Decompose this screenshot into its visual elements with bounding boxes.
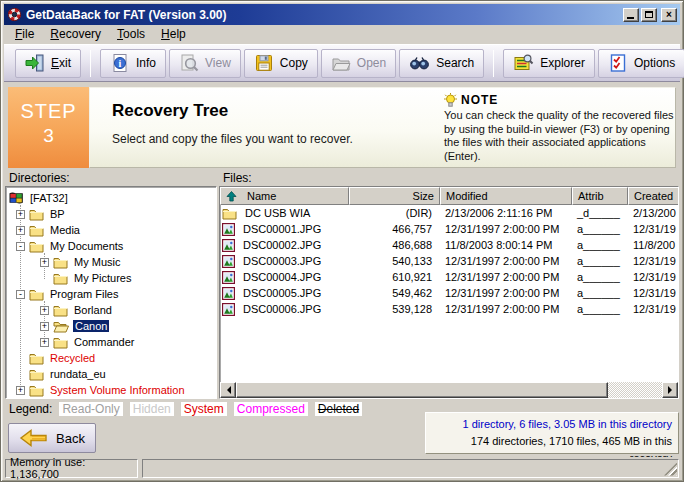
tree-item-my-music[interactable]: +My Music — [6, 254, 216, 270]
menu-item-file[interactable]: File — [7, 25, 42, 44]
scroll-left-button[interactable] — [220, 382, 236, 398]
stats-panel: 1 directory, 6 files, 3.05 MB in this di… — [425, 412, 679, 454]
file-row-dsc00001-jpg[interactable]: DSC00001.JPG466,75712/31/1997 2:00:00 PM… — [220, 221, 678, 237]
svg-text:i: i — [119, 58, 122, 69]
close-button[interactable]: × — [661, 8, 677, 22]
tree-item-media[interactable]: +Media — [6, 222, 216, 238]
expand-plus-icon[interactable]: + — [40, 338, 49, 347]
copy-button[interactable]: Copy — [244, 49, 318, 78]
file-name: DSC00006.JPG — [243, 303, 321, 315]
file-row-dsc00004-jpg[interactable]: DSC00004.JPG610,92112/31/1997 2:00:00 PM… — [220, 269, 678, 285]
minimize-button[interactable] — [623, 8, 639, 22]
app-icon — [7, 7, 22, 22]
legend-items: Read-OnlyHiddenSystemCompressedDeleted — [59, 402, 362, 416]
file-row-dc-usb-wia[interactable]: DC USB WIA(DIR)2/13/2006 2:11:16 PM_d___… — [220, 205, 678, 221]
scroll-right-button[interactable] — [662, 382, 678, 398]
tree-item-fat32[interactable]: [FAT32] — [6, 190, 216, 206]
collapse-minus-icon[interactable]: - — [16, 242, 25, 251]
jpg-file-icon — [222, 223, 235, 236]
file-row-dsc00002-jpg[interactable]: DSC00002.JPG486,68811/8/2003 8:00:14 PMa… — [220, 237, 678, 253]
toolbar-button-label: View — [205, 56, 231, 70]
expand-plus-icon[interactable]: + — [16, 386, 25, 395]
exit-button[interactable]: Exit — [15, 49, 81, 78]
open-folder-icon — [331, 53, 351, 73]
tree-item-bp[interactable]: +BP — [6, 206, 216, 222]
scrollbar-track[interactable] — [608, 382, 662, 398]
tree-item-program-files[interactable]: -Program Files — [6, 286, 216, 302]
file-created-cell: 12/31/19 — [628, 287, 678, 299]
banner-panel: Recovery Tree Select and copy the files … — [89, 87, 676, 168]
info-button[interactable]: iInfo — [100, 49, 166, 78]
bulb-icon — [444, 93, 457, 107]
column-header-modified[interactable]: Modified — [440, 187, 572, 205]
file-name-cell: DSC00006.JPG — [220, 303, 349, 316]
tree-item-system-volume-information[interactable]: +System Volume Information — [6, 382, 216, 398]
file-modified-cell: 11/8/2003 8:00:14 PM — [440, 239, 572, 251]
horizontal-scrollbar[interactable] — [220, 382, 678, 398]
file-created-cell: 12/31/19 — [628, 271, 678, 283]
explorer-button[interactable]: Explorer — [503, 49, 595, 78]
scrollbar-thumb[interactable] — [236, 382, 608, 398]
info-icon: i — [110, 53, 130, 73]
toolbar-separator — [493, 50, 494, 77]
expand-plus-icon[interactable]: + — [16, 226, 25, 235]
menu-item-recovery[interactable]: Recovery — [42, 25, 109, 44]
tree-item-commander[interactable]: +Commander — [6, 334, 216, 350]
column-header-size[interactable]: Size — [349, 187, 440, 205]
note-text: You can check the quality of the recover… — [444, 109, 682, 163]
menu-item-tools[interactable]: Tools — [109, 25, 153, 44]
tree-item-label: BP — [48, 208, 67, 220]
memory-status: Memory in use: 1,136,700 — [5, 459, 138, 478]
file-row-dsc00005-jpg[interactable]: DSC00005.JPG549,46212/31/1997 2:00:00 PM… — [220, 285, 678, 301]
column-header-name[interactable]: Name — [220, 187, 349, 205]
open-button: Open — [321, 49, 396, 78]
column-header-created[interactable]: Created — [628, 187, 679, 205]
collapse-minus-icon[interactable]: - — [16, 290, 25, 299]
view-button: View — [169, 49, 241, 78]
folder-icon — [29, 208, 44, 221]
expand-plus-icon[interactable]: + — [40, 306, 49, 315]
tree-item-label: My Music — [72, 256, 122, 268]
expand-plus-icon[interactable]: + — [40, 258, 49, 267]
jpg-file-icon — [222, 271, 235, 284]
file-row-dsc00003-jpg[interactable]: DSC00003.JPG540,13312/31/1997 2:00:00 PM… — [220, 253, 678, 269]
status-bar: Memory in use: 1,136,700 — [4, 457, 680, 479]
view-magnifier-icon — [179, 53, 199, 73]
step-number: 3 — [8, 125, 89, 147]
file-attrib-cell: a______ — [572, 287, 628, 299]
resize-grip[interactable] — [664, 463, 677, 476]
tree-item-my-pictures[interactable]: My Pictures — [6, 270, 216, 286]
maximize-button[interactable] — [641, 8, 657, 22]
scroll-left-icon — [223, 386, 231, 394]
tree-item-recycled[interactable]: Recycled — [6, 350, 216, 366]
file-created-cell: 2/13/200 — [628, 207, 678, 219]
legend-system: System — [181, 402, 227, 416]
folder-icon — [53, 272, 68, 285]
file-attrib-cell: a______ — [572, 223, 628, 235]
step-label: STEP — [8, 100, 89, 123]
folder-icon — [29, 384, 44, 397]
back-arrow-icon — [19, 428, 49, 448]
expand-plus-icon[interactable]: + — [16, 210, 25, 219]
tree-item-my-documents[interactable]: -My Documents — [6, 238, 216, 254]
back-button-label: Back — [56, 431, 85, 446]
options-button[interactable]: Options — [598, 49, 684, 78]
menu-item-help[interactable]: Help — [153, 25, 194, 44]
file-name-cell: DSC00002.JPG — [220, 239, 349, 252]
tree-item-borland[interactable]: +Borland — [6, 302, 216, 318]
file-created-cell: 11/8/200 — [628, 239, 678, 251]
file-row-dsc00006-jpg[interactable]: DSC00006.JPG539,12812/31/1997 2:00:00 PM… — [220, 301, 678, 317]
legend-compressed: Compressed — [234, 402, 308, 416]
expand-plus-icon[interactable]: + — [40, 322, 49, 331]
legend-hidden: Hidden — [130, 402, 174, 416]
tree-item-rundata-eu[interactable]: rundata_eu — [6, 366, 216, 382]
file-size-cell: 540,133 — [349, 255, 440, 267]
window-title: GetDataBack for FAT (Version 3.00) — [26, 8, 621, 22]
tree-item-canon[interactable]: +Canon — [6, 318, 216, 334]
back-button[interactable]: Back — [8, 423, 96, 453]
file-size-cell: 486,688 — [349, 239, 440, 251]
column-header-attrib[interactable]: Attrib — [572, 187, 628, 205]
search-button[interactable]: Search — [399, 49, 484, 78]
minimize-icon — [627, 17, 634, 19]
menu-bar: FileRecoveryToolsHelp — [4, 25, 680, 44]
